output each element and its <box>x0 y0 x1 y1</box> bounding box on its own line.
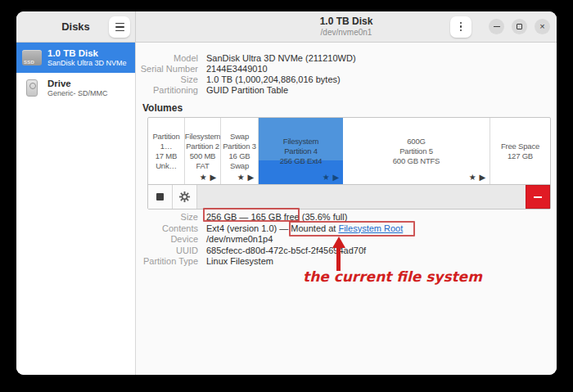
star-icon: ★ <box>469 173 476 182</box>
window-controls: × <box>450 11 550 42</box>
stop-icon <box>156 193 164 201</box>
detail-label: Contents <box>136 223 198 235</box>
sidebar-item-subtitle: SanDisk Ultra 3D NVMe <box>47 59 127 67</box>
volume-partition-3[interactable]: Swap Partition 3 16 GB Swap ★▶ <box>221 118 259 184</box>
unmount-button[interactable] <box>148 185 173 209</box>
disk-info-grid: Model SanDisk Ultra 3D NVMe (211210WD) S… <box>136 53 557 96</box>
close-icon: × <box>539 22 544 31</box>
filesystem-root-link[interactable]: Filesystem Root <box>338 223 403 233</box>
disk-serial-value: 2144E3449010 <box>206 64 557 74</box>
info-label: Model <box>136 53 198 64</box>
ssd-disk-icon: SSD <box>22 50 42 65</box>
hamburger-menu-button[interactable] <box>109 16 130 38</box>
volume-partition-type-value: Linux Filesystem <box>206 256 557 268</box>
sidebar-item-subtitle: Generic- SD/MMC <box>47 89 108 97</box>
window-subtitle: /dev/nvme0n1 <box>320 28 373 38</box>
close-button[interactable]: × <box>535 19 550 34</box>
main-panel: Model SanDisk Ultra 3D NVMe (211210WD) S… <box>136 43 557 375</box>
sidebar-header: Disks <box>16 11 136 42</box>
star-icon: ★ <box>323 173 330 182</box>
volume-size-value: 256 GB — 165 GB free (35.6% full) <box>206 212 557 223</box>
volume-partition-4-selected[interactable]: Filesystem Partition 4 256 GB Ext4 ★▶ <box>259 118 343 184</box>
disk-partitioning-value: GUID Partition Table <box>206 85 557 96</box>
star-icon: ★ <box>237 173 245 182</box>
sidebar-item-title: Drive <box>47 79 108 89</box>
desktop-background: Disks 1.0 TB Disk /dev/nvme0n1 × <box>0 0 573 392</box>
volume-partition-5[interactable]: 600G Partition 5 600 GB NTFS ★▶ <box>343 118 490 184</box>
maximize-button[interactable] <box>512 19 527 34</box>
volume-contents-value: Ext4 (version 1.0) — Mounted at Filesyst… <box>206 223 557 235</box>
minus-icon <box>534 196 542 198</box>
disk-model-value: SanDisk Ultra 3D NVMe (211210WD) <box>206 53 557 64</box>
delete-partition-button[interactable] <box>526 185 550 209</box>
detail-label: Partition Type <box>136 256 198 268</box>
app-title: Disks <box>61 20 90 33</box>
play-icon: ▶ <box>480 173 486 182</box>
play-icon: ▶ <box>333 173 340 182</box>
window-title: 1.0 TB Disk <box>320 16 373 28</box>
minimize-icon <box>494 26 500 28</box>
volume-device-value: /dev/nvme0n1p4 <box>206 234 557 246</box>
star-icon: ★ <box>200 173 207 182</box>
detail-label: Size <box>136 212 198 223</box>
info-label: Partitioning <box>136 85 198 96</box>
maximize-icon <box>517 24 522 29</box>
volume-partition-1[interactable]: Partition 1… 17 MB Unk… <box>148 118 185 184</box>
disks-window: Disks 1.0 TB Disk /dev/nvme0n1 × <box>16 11 557 375</box>
volumes-heading: Volumes <box>142 102 557 114</box>
play-icon: ▶ <box>248 173 255 182</box>
sidebar-item-sd-drive[interactable]: Drive Generic- SD/MMC <box>16 73 135 103</box>
header-bar: Disks 1.0 TB Disk /dev/nvme0n1 × <box>16 11 557 43</box>
usb-drive-icon <box>26 79 38 97</box>
detail-label: UUID <box>136 246 198 257</box>
sidebar-item-nvme-disk[interactable]: SSD 1.0 TB Disk SanDisk Ultra 3D NVMe <box>16 43 135 73</box>
volume-details-grid: Size 256 GB — 165 GB free (35.6% full) C… <box>136 212 557 268</box>
device-sidebar: SSD 1.0 TB Disk SanDisk Ultra 3D NVMe Dr… <box>16 43 136 375</box>
minimize-button[interactable] <box>489 19 504 34</box>
volume-map: Partition 1… 17 MB Unk… Filesystem Parti… <box>148 118 550 184</box>
detail-label: Device <box>136 234 198 246</box>
info-label: Size <box>136 74 198 85</box>
volume-toolbar <box>148 184 550 209</box>
play-icon: ▶ <box>210 173 217 182</box>
main-header: 1.0 TB Disk /dev/nvme0n1 × <box>136 11 557 42</box>
gear-icon <box>178 191 191 203</box>
volumes-frame: Partition 1… 17 MB Unk… Filesystem Parti… <box>147 117 551 210</box>
partition-settings-button[interactable] <box>173 185 197 209</box>
sidebar-item-title: 1.0 TB Disk <box>47 48 127 59</box>
volume-uuid-value: 685cfecc-d80d-472c-b5cf-2f45694ad70f <box>206 246 557 257</box>
volume-partition-2[interactable]: Filesystem Partition 2 500 MB FAT ★▶ <box>185 118 221 184</box>
app-menu-button[interactable] <box>450 16 471 38</box>
hamburger-icon <box>115 23 124 25</box>
vertical-dots-icon <box>460 22 462 25</box>
info-label: Serial Number <box>136 64 198 74</box>
window-title-stack: 1.0 TB Disk /dev/nvme0n1 <box>320 16 373 37</box>
disk-size-value: 1.0 TB (1,000,204,886,016 bytes) <box>206 74 557 85</box>
volume-free-space[interactable]: Free Space 127 GB <box>490 118 550 184</box>
